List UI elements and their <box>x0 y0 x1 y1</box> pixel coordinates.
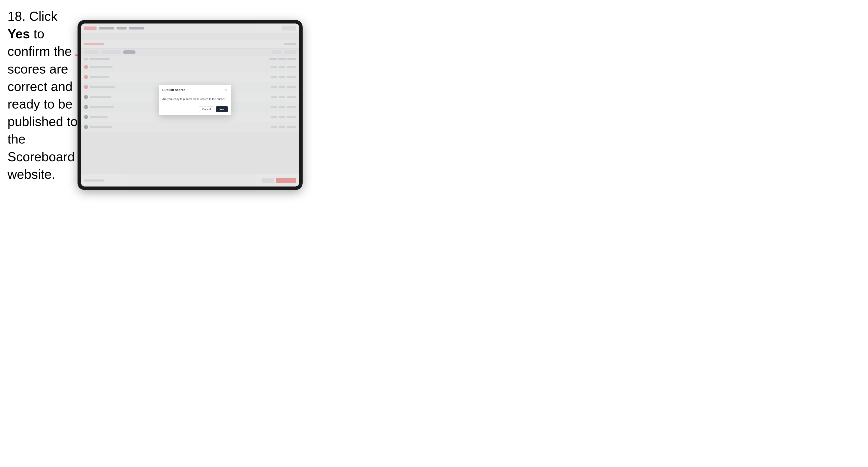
cancel-button[interactable]: Cancel <box>199 106 214 112</box>
publish-scores-modal: Publish scores × Are you ready to publis… <box>159 85 231 115</box>
modal-message: Are you ready to publish these scores to… <box>162 97 228 101</box>
bold-word: Yes <box>7 27 30 41</box>
modal-title: Publish scores <box>162 88 185 92</box>
yes-button[interactable]: Yes <box>216 106 228 112</box>
modal-overlay: Publish scores × Are you ready to publis… <box>81 24 299 187</box>
instruction-text: 18. Click Yes to confirm the scores are … <box>7 7 80 183</box>
modal-body: Are you ready to publish these scores to… <box>159 94 231 104</box>
text-before-bold: Click <box>26 9 57 24</box>
tablet-device: 1 2 3 <box>78 20 303 190</box>
modal-footer: Cancel Yes <box>159 104 231 115</box>
step-number: 18. <box>7 9 26 24</box>
tablet-screen: 1 2 3 <box>81 24 299 187</box>
modal-header: Publish scores × <box>159 85 231 94</box>
modal-close-button[interactable]: × <box>224 88 228 92</box>
